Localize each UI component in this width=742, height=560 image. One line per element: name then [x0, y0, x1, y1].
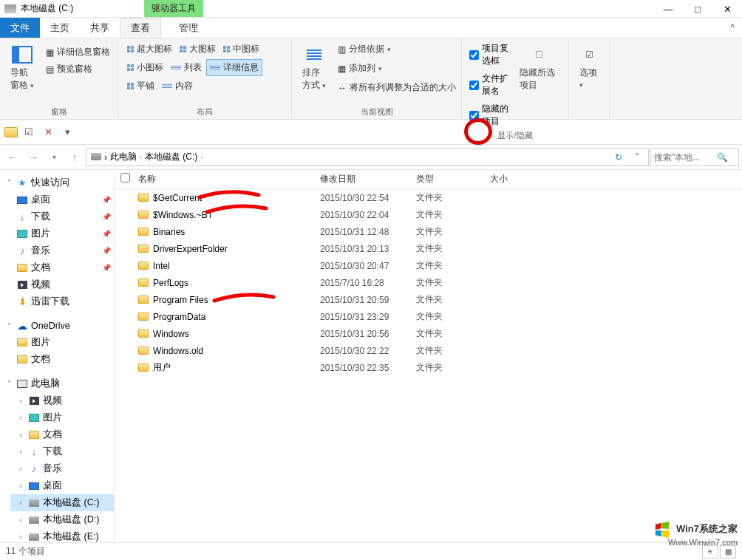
search-box[interactable]: 🔍 — [650, 148, 739, 166]
file-extensions-toggle[interactable]: 文件扩展名 — [468, 72, 511, 98]
autosize-columns-button[interactable]: ↔将所有列调整为合适的大小 — [335, 80, 459, 95]
tree-od-pictures[interactable]: 图片 — [10, 334, 114, 351]
view-thumb-toggle[interactable]: ▦ — [720, 545, 736, 559]
file-row[interactable]: $Windows.~BT2015/10/30 22:04文件夹 — [115, 206, 742, 223]
hide-selected-button[interactable]: ☐ 隐藏所选项目 — [515, 41, 562, 95]
view-details-toggle[interactable]: ≡ — [702, 545, 718, 559]
nav-pane-button[interactable]: 导航窗格 — [6, 41, 38, 95]
qat-checkbox-icon[interactable]: ☑ — [21, 124, 37, 140]
view-xl-icons[interactable]: 超大图标 — [124, 41, 175, 57]
group-by-button[interactable]: ▥分组依据 — [335, 41, 459, 57]
address-dropdown-icon[interactable]: ˅ — [630, 152, 644, 163]
view-s-icons[interactable]: 小图标 — [124, 59, 166, 76]
crumb-drive-c[interactable]: 本地磁盘 (C:)› — [145, 151, 202, 163]
group-label-panes: 窗格 — [6, 105, 112, 117]
nav-pane-label: 导航窗格 — [10, 66, 34, 92]
crumb-this-pc[interactable]: 此电脑› — [110, 151, 142, 163]
pin-icon: 📌 — [102, 247, 111, 255]
select-all-checkbox[interactable] — [120, 173, 130, 182]
tab-home[interactable]: 主页 — [40, 18, 80, 38]
file-row[interactable]: Windows2015/10/31 20:56文件夹 — [115, 325, 742, 342]
tab-share[interactable]: 共享 — [80, 18, 120, 38]
navigation-tree[interactable]: ˅★快速访问 桌面📌 ↓下载📌 图片📌 ♪音乐📌 文档📌 视频 ⬇迅雷下载 ˅☁… — [0, 170, 115, 542]
folder-icon — [138, 228, 149, 236]
file-list[interactable]: 名称 修改日期 类型 大小 $GetCurrent2015/10/30 22:5… — [115, 170, 742, 542]
tree-drive-d[interactable]: ›本地磁盘 (D:) — [10, 511, 114, 528]
view-l-icons[interactable]: 大图标 — [177, 41, 219, 57]
tree-music[interactable]: ♪音乐📌 — [10, 242, 114, 259]
forward-button[interactable]: → — [24, 148, 43, 167]
options-label: 选项 — [579, 66, 599, 89]
ribbon-collapse-icon[interactable]: ^ — [730, 22, 735, 33]
back-button[interactable]: ← — [3, 148, 22, 167]
tree-pictures[interactable]: 图片📌 — [10, 225, 114, 242]
view-list[interactable]: 列表 — [168, 59, 205, 76]
preview-pane-button[interactable]: ▤预览窗格 — [43, 61, 113, 77]
address-bar[interactable]: › 此电脑› 本地磁盘 (C:)› ↻ ˅ — [86, 148, 649, 166]
qat-delete-icon[interactable]: ✕ — [40, 124, 56, 140]
maximize-button[interactable]: □ — [683, 0, 712, 18]
file-row[interactable]: 用户2015/10/30 22:35文件夹 — [115, 359, 742, 376]
sort-by-label: 排序方式 — [302, 66, 326, 92]
tree-documents[interactable]: 文档📌 — [10, 259, 114, 276]
tree-drive-c[interactable]: ›本地磁盘 (C:) — [10, 494, 114, 511]
watermark: Win7系统之家 Www.Winwin7.com — [653, 522, 738, 547]
search-input[interactable] — [654, 152, 717, 163]
tree-pc-pictures[interactable]: ›图片 — [10, 409, 114, 426]
tree-downloads[interactable]: ↓下载📌 — [10, 208, 114, 225]
tree-videos[interactable]: 视频 — [10, 276, 114, 293]
minimize-button[interactable]: — — [653, 0, 683, 18]
file-row[interactable]: $GetCurrent2015/10/30 22:54文件夹 — [115, 189, 742, 206]
view-content[interactable]: 内容 — [159, 78, 196, 94]
tree-onedrive[interactable]: ˅☁OneDrive — [0, 318, 114, 334]
tree-xunlei[interactable]: ⬇迅雷下载 — [10, 293, 114, 310]
tree-pc-music[interactable]: ›♪音乐 — [10, 460, 114, 477]
tab-view[interactable]: 查看 — [120, 18, 161, 38]
file-row[interactable]: Binaries2015/10/31 12:48文件夹 — [115, 223, 742, 240]
file-row[interactable]: PerfLogs2015/7/10 16:28文件夹 — [115, 274, 742, 291]
item-checkboxes-toggle[interactable]: 项目复选框 — [468, 41, 511, 68]
pin-icon: 📌 — [102, 264, 111, 272]
hidden-items-toggle[interactable]: 隐藏的项目 — [468, 102, 511, 129]
history-dropdown[interactable]: ▾ — [44, 148, 64, 167]
close-button[interactable]: ✕ — [712, 0, 742, 18]
details-pane-button[interactable]: ▦详细信息窗格 — [43, 44, 113, 60]
up-button[interactable]: ↑ — [65, 148, 84, 167]
file-type: 文件夹 — [416, 276, 490, 289]
col-header-size[interactable]: 大小 — [490, 173, 549, 185]
tree-this-pc[interactable]: ˅此电脑 — [0, 375, 114, 392]
col-header-date[interactable]: 修改日期 — [320, 173, 416, 185]
options-button[interactable]: ☑ 选项 — [575, 41, 603, 92]
tree-quick-access[interactable]: ˅★快速访问 — [0, 174, 114, 191]
file-row[interactable]: Windows.old2015/10/30 22:22文件夹 — [115, 342, 742, 359]
file-date: 2015/10/30 22:54 — [320, 193, 416, 203]
file-date: 2015/10/30 22:35 — [320, 363, 416, 373]
file-type: 文件夹 — [416, 191, 490, 204]
file-type: 文件夹 — [416, 310, 490, 323]
tree-pc-desktop[interactable]: ›桌面 — [10, 477, 114, 494]
tab-file[interactable]: 文件 — [0, 18, 40, 38]
file-name: Intel — [153, 261, 170, 271]
tree-pc-documents[interactable]: ›文档 — [10, 426, 114, 443]
qat-dropdown-icon[interactable]: ▾ — [59, 124, 75, 140]
tree-pc-videos[interactable]: ›视频 — [10, 392, 114, 409]
refresh-icon[interactable]: ↻ — [610, 152, 627, 163]
tab-manage[interactable]: 管理 — [169, 18, 208, 38]
view-m-icons[interactable]: 中图标 — [220, 41, 262, 57]
file-row[interactable]: Intel2015/10/30 20:47文件夹 — [115, 257, 742, 274]
tree-od-documents[interactable]: 文档 — [10, 351, 114, 368]
sort-by-button[interactable]: 排序方式 — [298, 41, 330, 95]
col-header-type[interactable]: 类型 — [416, 173, 490, 185]
tree-pc-downloads[interactable]: ›↓下载 — [10, 443, 114, 460]
file-row[interactable]: ProgramData2015/10/31 23:29文件夹 — [115, 308, 742, 325]
add-columns-button[interactable]: ▦添加列 — [335, 61, 459, 76]
view-details[interactable]: 详细信息 — [206, 59, 262, 76]
file-row[interactable]: Program Files2015/10/31 20:59文件夹 — [115, 291, 742, 308]
tree-desktop[interactable]: 桌面📌 — [10, 191, 114, 208]
col-header-name[interactable]: 名称 — [135, 173, 320, 185]
group-label-current-view: 当前视图 — [298, 105, 455, 117]
contextual-tab-drive-tools[interactable]: 驱动器工具 — [144, 0, 203, 17]
file-row[interactable]: DriverExpertFolder2015/10/31 20:13文件夹 — [115, 240, 742, 257]
view-tiles[interactable]: 平铺 — [124, 78, 157, 94]
tree-drive-e[interactable]: ›本地磁盘 (E:) — [10, 528, 114, 542]
